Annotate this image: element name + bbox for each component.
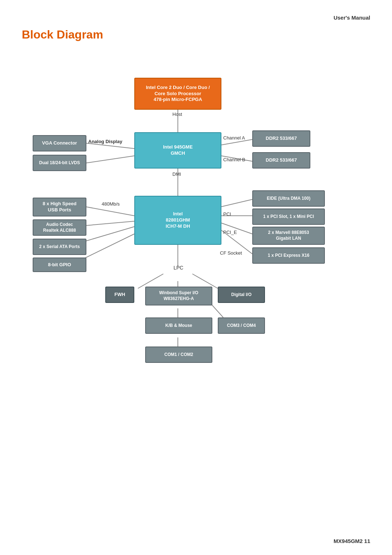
pci-e-label: PCI_E bbox=[223, 230, 237, 235]
svg-line-6 bbox=[85, 207, 134, 216]
svg-line-7 bbox=[85, 221, 134, 226]
audio-box: Audio Codec Realtek ALC888 bbox=[33, 219, 86, 236]
svg-line-9 bbox=[85, 234, 134, 258]
ddr2-b-box: DDR2 533/667 bbox=[252, 152, 310, 169]
ddr2-a-box: DDR2 533/667 bbox=[252, 130, 310, 147]
svg-line-10 bbox=[221, 199, 252, 207]
vga-box: VGA Connector bbox=[33, 135, 86, 151]
usb-box: 8 x High Speed USB Ports bbox=[33, 198, 86, 216]
pcie-box: 1 x PCI Express X16 bbox=[252, 247, 325, 264]
analog-display-label: Analog Display bbox=[88, 139, 122, 144]
svg-line-17 bbox=[192, 274, 218, 288]
eide-box: EIDE (Ultra DMA 100) bbox=[252, 190, 325, 207]
speed-label: 480Mb/s bbox=[102, 201, 120, 207]
kb-mouse-box: K/B & Mouse bbox=[145, 317, 212, 334]
channel-a-label: Channel A bbox=[223, 135, 245, 141]
pci-label: PCI bbox=[223, 211, 231, 217]
lvds-box: Dual 18/24-bit LVDS bbox=[33, 155, 86, 171]
com1-com2-box: COM1 / COM2 bbox=[145, 347, 212, 363]
header-title: User's Manual bbox=[22, 15, 370, 21]
winbond-box: Winbond Super I/O W83627EHG-A bbox=[145, 287, 212, 305]
dmi-label: DMI bbox=[172, 171, 181, 177]
digital-io-box: Digital I/O bbox=[218, 287, 265, 303]
gmch-box: Intel 945GME GMCH bbox=[134, 132, 221, 169]
svg-line-15 bbox=[138, 274, 163, 288]
lan-box: 2 x Marvell 88E8053 Gigabit LAN bbox=[252, 227, 325, 245]
page: User's Manual Block Diagram bbox=[0, 0, 392, 555]
lpc-label: LPC bbox=[173, 265, 183, 271]
host-label: Host bbox=[172, 112, 182, 117]
fwh-box: FWH bbox=[105, 287, 134, 303]
sata-box: 2 x Serial ATA Ports bbox=[33, 239, 86, 255]
processor-box: Intel Core 2 Duo / Core Duo / Core Solo … bbox=[134, 78, 221, 110]
gpio-box: 8-bit GPIO bbox=[33, 258, 86, 272]
cf-socket-label: CF Socket bbox=[220, 250, 242, 256]
page-title: Block Diagram bbox=[22, 28, 370, 41]
pci-slot-box: 1 x PCI Slot, 1 x Mini PCI bbox=[252, 208, 325, 225]
channel-b-label: Channel B bbox=[223, 157, 245, 162]
com3-com4-box: COM3 / COM4 bbox=[218, 317, 265, 334]
footer-text: MX945GM2 11 bbox=[334, 538, 370, 544]
ich-box: Intel 82801GHM ICH7-M DH bbox=[134, 196, 221, 245]
svg-line-8 bbox=[85, 227, 134, 241]
diagram-area: Intel Core 2 Duo / Core Duo / Core Solo … bbox=[22, 56, 370, 383]
svg-line-3 bbox=[85, 156, 134, 163]
